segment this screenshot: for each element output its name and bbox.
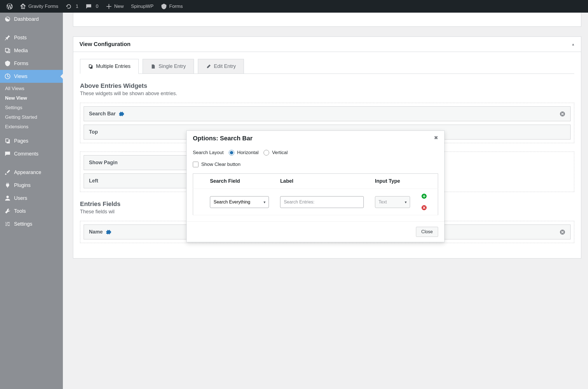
radio-vertical-input[interactable] bbox=[264, 150, 269, 155]
table-row: Search Everything Text bbox=[193, 189, 438, 215]
label-input[interactable] bbox=[280, 196, 364, 208]
plus-icon bbox=[106, 3, 112, 10]
pencil-icon bbox=[206, 64, 211, 69]
gear-icon[interactable] bbox=[118, 111, 124, 117]
media-icon bbox=[4, 47, 11, 54]
tab-edit-entry[interactable]: Edit Entry bbox=[198, 59, 244, 74]
sidebar-label: Views bbox=[14, 74, 28, 79]
comments-count: 0 bbox=[96, 4, 98, 9]
admin-bar: Gravity Forms 1 0 New SpinupWP Forms bbox=[0, 0, 588, 13]
close-button[interactable]: Close bbox=[416, 227, 438, 237]
new-label: New bbox=[114, 4, 124, 9]
sidebar-label: Comments bbox=[14, 151, 38, 157]
spinupwp-label: SpinupWP bbox=[131, 4, 154, 9]
forms-link[interactable]: Forms bbox=[157, 0, 186, 13]
sidebar-item-posts[interactable]: Posts bbox=[0, 31, 63, 44]
sidebar-item-comments[interactable]: Comments bbox=[0, 147, 63, 160]
add-row-icon[interactable] bbox=[421, 193, 433, 199]
svg-point-1 bbox=[6, 196, 9, 198]
checkbox-show-clear-input[interactable] bbox=[193, 162, 198, 167]
search-field-select[interactable]: Search Everything bbox=[210, 196, 269, 208]
plug-icon bbox=[4, 182, 11, 188]
site-name: Gravity Forms bbox=[28, 4, 58, 9]
sidebar-label: Dashboard bbox=[14, 16, 39, 22]
above-widgets-title: Above Entries Widgets bbox=[80, 82, 574, 90]
zone-label: Left bbox=[89, 178, 98, 184]
submenu-all-views[interactable]: All Views bbox=[0, 84, 63, 93]
forms-icon bbox=[161, 3, 167, 10]
home-icon bbox=[20, 3, 26, 10]
comments-icon bbox=[4, 151, 11, 157]
updates-count: 1 bbox=[76, 4, 78, 9]
panel-stub-above bbox=[73, 13, 581, 27]
updates-link[interactable]: 1 bbox=[62, 0, 82, 13]
admin-sidebar: Dashboard Posts Media Forms Views All Vi… bbox=[0, 13, 63, 389]
submenu-getting-started[interactable]: Getting Started bbox=[0, 113, 63, 122]
modal-title: Options: Search Bar bbox=[193, 135, 253, 142]
pages-icon bbox=[4, 138, 11, 144]
panel-title: View Configuration bbox=[79, 41, 131, 47]
submenu-extensions[interactable]: Extensions bbox=[0, 122, 63, 132]
checkbox-show-clear[interactable]: Show Clear button bbox=[193, 162, 241, 167]
submenu-settings[interactable]: Settings bbox=[0, 103, 63, 113]
sidebar-label: Plugins bbox=[14, 182, 31, 188]
radio-horizontal-input[interactable] bbox=[229, 150, 234, 155]
zone-label: Top bbox=[89, 129, 98, 135]
sidebar-item-forms[interactable]: Forms bbox=[0, 57, 63, 70]
sidebar-item-users[interactable]: Users bbox=[0, 192, 63, 205]
search-layout-label: Search Layout bbox=[193, 150, 224, 155]
sidebar-item-pages[interactable]: Pages bbox=[0, 134, 63, 147]
site-name-link[interactable]: Gravity Forms bbox=[16, 0, 62, 13]
sidebar-item-plugins[interactable]: Plugins bbox=[0, 179, 63, 192]
sidebar-item-appearance[interactable]: Appearance bbox=[0, 166, 63, 179]
view-tabs: Multiple Entries Single Entry Edit Entry bbox=[80, 59, 574, 74]
tab-multiple-entries[interactable]: Multiple Entries bbox=[80, 59, 139, 74]
page-icon bbox=[151, 64, 156, 69]
remove-widget-icon[interactable] bbox=[560, 229, 565, 235]
widget-search-bar[interactable]: Search Bar bbox=[84, 106, 571, 121]
sidebar-label: Media bbox=[14, 48, 28, 54]
pin-icon bbox=[4, 35, 11, 41]
brush-icon bbox=[4, 169, 11, 175]
tab-single-entry[interactable]: Single Entry bbox=[143, 59, 194, 74]
views-icon bbox=[4, 73, 11, 79]
sidebar-item-dashboard[interactable]: Dashboard bbox=[0, 13, 63, 26]
wrench-icon bbox=[4, 208, 11, 214]
gear-icon[interactable] bbox=[106, 229, 111, 235]
spinupwp-link[interactable]: SpinupWP bbox=[127, 0, 157, 13]
dashboard-icon bbox=[4, 16, 11, 22]
sidebar-label: Pages bbox=[14, 138, 28, 144]
copy-icon bbox=[88, 64, 93, 69]
gforms-icon bbox=[4, 60, 11, 67]
comments-link[interactable]: 0 bbox=[82, 0, 102, 13]
submenu-new-view[interactable]: New View bbox=[0, 93, 63, 103]
delete-row-icon[interactable] bbox=[421, 205, 433, 210]
sidebar-item-tools[interactable]: Tools bbox=[0, 205, 63, 218]
widget-name: Show Pagin bbox=[89, 160, 118, 166]
sidebar-item-views[interactable]: Views bbox=[0, 70, 63, 83]
sidebar-submenu-views: All Views New View Settings Getting Star… bbox=[0, 83, 63, 134]
sliders-icon bbox=[4, 221, 11, 227]
user-icon bbox=[4, 195, 11, 201]
remove-widget-icon[interactable] bbox=[560, 111, 565, 117]
sidebar-label: Appearance bbox=[14, 170, 41, 175]
main-content: View Configuration ▲ Multiple Entries Si… bbox=[63, 13, 588, 389]
col-search-field: Search Field bbox=[204, 174, 274, 189]
sidebar-item-media[interactable]: Media bbox=[0, 44, 63, 57]
radio-horizontal[interactable]: Horizontal bbox=[229, 150, 259, 155]
panel-toggle-icon[interactable]: ▲ bbox=[571, 42, 575, 46]
sidebar-item-settings[interactable]: Settings bbox=[0, 218, 63, 230]
sidebar-label: Posts bbox=[14, 35, 27, 41]
wp-logo[interactable] bbox=[3, 0, 16, 13]
close-icon[interactable]: ✖ bbox=[434, 135, 438, 142]
above-widgets-desc: These widgets will be shown above entrie… bbox=[80, 91, 574, 97]
widget-name: Name bbox=[89, 229, 103, 235]
radio-vertical[interactable]: Vertical bbox=[264, 150, 288, 155]
refresh-icon bbox=[66, 3, 72, 10]
sidebar-label: Users bbox=[14, 195, 27, 201]
input-type-select[interactable]: Text bbox=[375, 196, 410, 208]
panel-header[interactable]: View Configuration ▲ bbox=[73, 37, 581, 52]
widget-name: Search Bar bbox=[89, 111, 116, 117]
col-input-type: Input Type bbox=[369, 174, 416, 189]
new-content-link[interactable]: New bbox=[102, 0, 127, 13]
